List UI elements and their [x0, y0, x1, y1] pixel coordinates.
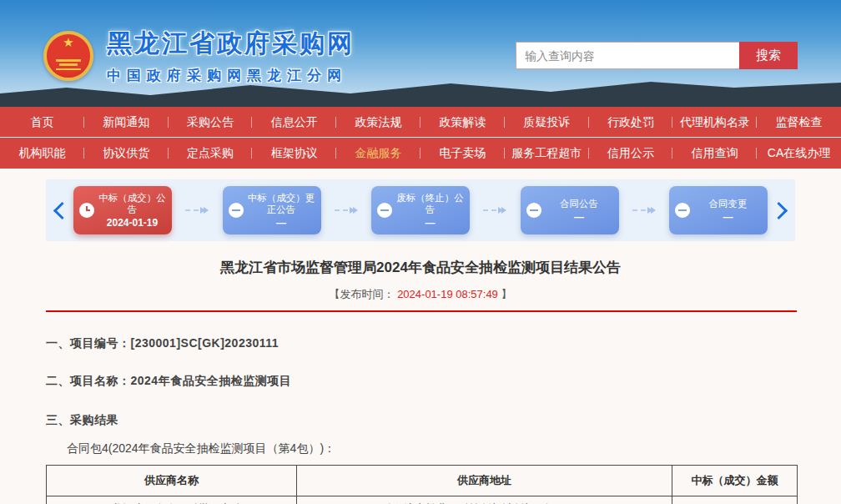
table-header-cell: 中标（成交）金额: [672, 466, 798, 496]
publish-prefix: 【发布时间：: [330, 288, 395, 300]
flow-card[interactable]: 中标（成交）更正公告—: [223, 186, 321, 234]
package-line: 合同包4(2024年食品安全抽检监测项目（第4包）)：: [67, 441, 841, 456]
star-icon: ★: [47, 36, 90, 48]
table-header-row: 供应商名称供应商地址中标（成交）金额: [47, 466, 798, 496]
flow-card-title: 合同公告: [546, 198, 613, 209]
search-button[interactable]: 搜索: [739, 42, 798, 69]
table-row: 黑龙江省绿色食品科学研究院哈尔滨市松北区科技创新城创新1路2727号4,820,…: [47, 496, 798, 504]
section-heading: 一、项目编号：[230001]SC[GK]20230111: [46, 336, 841, 351]
chevron-right-icon[interactable]: [770, 201, 788, 219]
flow-card-value: —: [396, 217, 464, 229]
publish-time-line: 【发布时间： 2024-01-19 08:57:49 】: [0, 287, 841, 302]
flow-card-value: —: [546, 211, 613, 223]
nav-item[interactable]: 信用查询: [672, 138, 757, 169]
site-subtitle: 中国政府采购网黑龙江分网: [107, 66, 355, 85]
site-brand: ★ 黑龙江省政府采购网 中国政府采购网黑龙江分网: [43, 27, 355, 85]
flow-card-value: —: [694, 211, 762, 223]
minus-circle-icon: [229, 203, 244, 218]
site-banner: ★ 黑龙江省政府采购网 中国政府采购网黑龙江分网 搜索: [0, 0, 841, 107]
nav-item[interactable]: 信用公示: [589, 138, 673, 169]
table-header-cell: 供应商名称: [47, 466, 297, 496]
article-sections: 一、项目编号：[230001]SC[GK]20230111二、项目名称：2024…: [46, 336, 841, 428]
nav-item[interactable]: 采购公告: [169, 107, 253, 138]
clock-icon: [79, 203, 94, 218]
nav-item[interactable]: 框架协议: [252, 138, 336, 169]
publish-time: 2024-01-19 08:57:49: [397, 288, 498, 300]
flow-card-value: 2024-01-19: [98, 217, 166, 229]
flow-arrow-icon: [483, 207, 506, 214]
table-cell: 哈尔滨市松北区科技创新城创新1路2727号: [297, 496, 672, 504]
minus-circle-icon: [526, 203, 541, 218]
flow-card-title: 合同变更: [694, 198, 762, 209]
nav-item[interactable]: CA在线办理: [757, 138, 841, 169]
announcement-flow-track: 中标（成交）公告2024-01-19中标（成交）更正公告—废标（终止）公告—合同…: [73, 186, 768, 234]
nav-item[interactable]: 定点采购: [169, 138, 253, 169]
table-header-cell: 供应商地址: [297, 466, 672, 496]
nav-item[interactable]: 政策法规: [336, 107, 420, 138]
flow-card-title: 中标（成交）公告: [98, 192, 166, 216]
nav-item[interactable]: 协议供货: [84, 138, 169, 169]
flow-arrow-icon: [335, 207, 358, 214]
flow-card[interactable]: 合同公告—: [521, 186, 619, 234]
search-input[interactable]: [516, 42, 739, 69]
red-divider: [46, 310, 797, 312]
nav-item[interactable]: 信息公开: [252, 107, 336, 138]
flow-card-title: 废标（终止）公告: [396, 192, 464, 216]
nav-item[interactable]: 质疑投诉: [505, 107, 589, 138]
flow-card-title: 中标（成交）更正公告: [248, 192, 315, 216]
nav-row-1: 首页新闻通知采购公告信息公开政策法规政策解读质疑投诉行政处罚代理机构名录监督检查: [0, 107, 841, 138]
nav-item[interactable]: 金融服务: [336, 138, 420, 169]
main-nav: 首页新闻通知采购公告信息公开政策法规政策解读质疑投诉行政处罚代理机构名录监督检查…: [0, 107, 841, 169]
site-title: 黑龙江省政府采购网: [107, 27, 355, 61]
tiananmen-icon: [56, 59, 81, 70]
section-heading: 三、采购结果: [46, 413, 841, 428]
nav-item[interactable]: 电子卖场: [420, 138, 505, 169]
nav-item[interactable]: 监督检查: [757, 107, 841, 138]
table-cell: 黑龙江省绿色食品科学研究院: [47, 496, 297, 504]
national-emblem-logo: ★: [43, 31, 93, 81]
result-table: 供应商名称供应商地址中标（成交）金额 黑龙江省绿色食品科学研究院哈尔滨市松北区科…: [46, 465, 798, 504]
nav-item[interactable]: 新闻通知: [84, 107, 169, 138]
flow-arrow-icon: [632, 207, 656, 214]
nav-item[interactable]: 首页: [0, 107, 84, 138]
flow-card[interactable]: 中标（成交）公告2024-01-19: [73, 186, 172, 234]
table-cell: 4,820,100.00元: [672, 496, 798, 504]
section-heading: 二、项目名称：2024年食品安全抽检监测项目: [46, 374, 841, 389]
minus-circle-icon: [377, 203, 392, 218]
article-title: 黑龙江省市场监督管理局2024年食品安全抽检监测项目结果公告: [0, 258, 841, 277]
nav-item[interactable]: 政策解读: [420, 107, 505, 138]
publish-suffix: 】: [501, 288, 511, 300]
flow-card[interactable]: 合同变更—: [669, 186, 768, 234]
nav-item[interactable]: 机构职能: [0, 138, 84, 169]
announcement-flow-panel: 中标（成交）公告2024-01-19中标（成交）更正公告—废标（终止）公告—合同…: [46, 179, 795, 241]
minus-circle-icon: [675, 203, 690, 218]
flow-card[interactable]: 废标（终止）公告—: [371, 186, 470, 234]
flow-arrow-icon: [185, 207, 209, 214]
flow-card-value: —: [248, 217, 315, 229]
nav-item[interactable]: 行政处罚: [589, 107, 673, 138]
nav-row-2: 机构职能协议供货定点采购框架协议金融服务电子卖场服务工程超市信用公示信用查询CA…: [0, 138, 841, 169]
chevron-left-icon[interactable]: [53, 201, 71, 219]
nav-item[interactable]: 服务工程超市: [505, 138, 589, 169]
search-bar: 搜索: [516, 42, 798, 69]
nav-item[interactable]: 代理机构名录: [672, 107, 757, 138]
